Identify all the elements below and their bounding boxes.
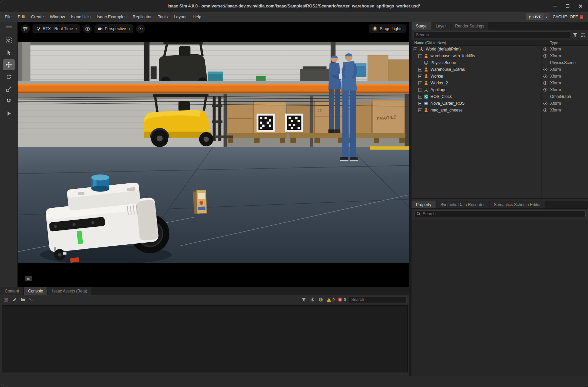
stage-filter-button[interactable] <box>572 32 578 38</box>
tool-scale-button[interactable] <box>3 84 15 95</box>
minimize-button[interactable] <box>552 4 557 8</box>
error-count: 0 <box>344 298 346 302</box>
lightning-icon <box>528 15 531 19</box>
titlebar[interactable]: Isaac Sim 4.0.0 - omniverse://isaac-dev.… <box>0 0 588 12</box>
property-search-box[interactable] <box>414 210 586 217</box>
camera-label: Perspective <box>105 26 126 31</box>
maximize-button[interactable] <box>565 4 570 8</box>
prim-name-label: World (defaultPrim) <box>426 47 461 52</box>
visibility-eye-icon[interactable] <box>541 100 549 107</box>
console-output[interactable] <box>2 305 408 372</box>
collapse-expander[interactable]: − <box>414 47 417 51</box>
menu-item-window[interactable]: Window <box>47 12 68 22</box>
close-button[interactable] <box>578 4 583 8</box>
expand-expander[interactable]: + <box>418 75 422 78</box>
visibility-eye-icon[interactable] <box>541 46 549 53</box>
cache-indicator[interactable]: CACHE: OFF <box>553 15 584 19</box>
stage-tab-render-settings[interactable]: Render Settings <box>450 22 489 30</box>
live-dropdown-caret[interactable]: ▾ <box>544 14 549 20</box>
menu-item-layout[interactable]: Layout <box>171 12 190 22</box>
bottom-tab-console[interactable]: Console <box>24 287 48 295</box>
expand-expander[interactable]: + <box>418 108 422 112</box>
visibility-eye-icon[interactable] <box>541 73 549 80</box>
prim-name-label: Nova_Carter_ROS <box>430 101 465 106</box>
console-error-filter[interactable]: 0 <box>338 297 346 302</box>
expand-expander[interactable]: + <box>418 95 422 99</box>
stage-tree-row-physicsscene[interactable]: PhysicsScenePhysicsScene <box>412 59 588 66</box>
property-search-input[interactable] <box>423 211 583 217</box>
stage-tree-row-mac-and-cheese[interactable]: +mac_and_cheeseXform <box>412 107 588 114</box>
stage-tree-row-worker-2[interactable]: +Worker_2Xform <box>412 80 588 86</box>
expand-expander[interactable]: + <box>418 81 422 85</box>
tree-row-name: +warehouse_with_forklifts <box>412 53 475 59</box>
console-search-input[interactable] <box>349 296 406 303</box>
tool-cursor-button[interactable] <box>3 47 15 58</box>
tool-rotate-button[interactable] <box>3 72 15 82</box>
filter-funnel-icon <box>573 33 578 37</box>
visibility-eye-icon[interactable] <box>541 66 549 73</box>
expand-expander[interactable]: + <box>418 88 422 92</box>
expand-expander[interactable]: + <box>418 102 422 105</box>
property-tab-synthetic-data-recorder[interactable]: Synthetic Data Recorder <box>436 201 489 208</box>
stage-search-input[interactable] <box>414 32 570 38</box>
stage-tree-row-world-defaultprim[interactable]: −World (defaultPrim)Xform <box>412 46 588 53</box>
visibility-eye-icon[interactable] <box>541 53 549 59</box>
grip-icon <box>6 24 13 29</box>
menu-item-edit[interactable]: Edit <box>15 12 28 22</box>
viewport-broadcast-button[interactable] <box>136 24 145 33</box>
visibility-eye-icon[interactable] <box>541 107 549 114</box>
viewport-settings-button[interactable] <box>21 24 30 33</box>
console-warning-filter[interactable]: 0 <box>327 298 335 302</box>
menu-item-create[interactable]: Create <box>28 12 47 22</box>
column-header-type[interactable]: Type <box>550 41 558 45</box>
menu-item-replicator[interactable]: Replicator <box>130 12 155 22</box>
camera-dropdown[interactable]: Perspective ▾ <box>94 24 133 33</box>
property-tab-property[interactable]: Property <box>412 201 436 208</box>
menu-item-isaac-utils[interactable]: Isaac Utils <box>68 12 94 22</box>
live-sync-button[interactable]: LIVE ▾ <box>526 14 549 20</box>
property-tab-semantics-schema-editor[interactable]: Semantics Schema Editor <box>489 201 545 208</box>
menu-item-tools[interactable]: Tools <box>155 12 171 22</box>
expand-expander[interactable]: + <box>418 54 422 58</box>
viewport-scene[interactable]: FRAGILE CE CE <box>18 42 409 263</box>
renderer-dropdown[interactable]: RTX - Real-Time ▾ <box>33 24 80 33</box>
tool-select-button[interactable] <box>3 35 15 46</box>
menu-item-isaac-examples[interactable]: Isaac Examples <box>93 12 129 22</box>
toolbar-grip-handle[interactable] <box>0 22 18 31</box>
menu-item-file[interactable]: File <box>2 12 15 22</box>
console-verbose-button[interactable] <box>310 297 315 302</box>
bottom-tab-content[interactable]: Content <box>0 287 24 295</box>
warning-icon <box>327 298 331 302</box>
stage-lights-button[interactable]: Stage Lights <box>369 24 406 33</box>
console-edit-button[interactable] <box>12 297 17 302</box>
tool-play-button[interactable] <box>3 108 15 119</box>
visibility-eye-icon[interactable] <box>541 80 549 86</box>
console-clear-button[interactable] <box>3 297 8 302</box>
stage-tree-header[interactable]: Name (Old to New) Type <box>412 40 588 46</box>
stage-tree-row-apriltags[interactable]: +ApriltagsXform <box>412 86 588 93</box>
stage-tab-layer[interactable]: Layer <box>431 22 450 30</box>
prim-name-label: mac_and_cheese <box>430 108 463 113</box>
bottom-tab-isaac-assets-beta[interactable]: Isaac Assets (Beta) <box>48 287 92 295</box>
stage-tree-row-worker[interactable]: +WorkerXform <box>412 73 588 80</box>
stage-tree-row-warehouse-with-forklifts[interactable]: +warehouse_with_forkliftsXform <box>412 53 588 59</box>
panel-splitter[interactable] <box>409 22 412 376</box>
stage-tree-row-warehouse-extras[interactable]: +Warehouse_ExtrasXform <box>412 66 588 73</box>
column-header-name[interactable]: Name (Old to New) <box>414 41 446 45</box>
console-prompt-button[interactable]: >_ <box>28 297 34 302</box>
menu-item-help[interactable]: Help <box>190 12 205 22</box>
visibility-eye-icon[interactable] <box>541 86 549 93</box>
stage-tree-row-nova-carter-ros[interactable]: +Nova_Carter_ROSXform <box>412 100 588 107</box>
viewport-3d[interactable]: RTX - Real-Time ▾ Perspective ▾ <box>18 22 409 287</box>
folder-icon <box>20 298 25 302</box>
console-info-filter[interactable] <box>318 297 323 302</box>
tool-move-button[interactable] <box>3 59 15 70</box>
stage-options-button[interactable] <box>580 32 586 38</box>
console-filter-button[interactable] <box>301 297 307 302</box>
stage-tab-stage[interactable]: Stage <box>412 22 431 30</box>
console-open-log-button[interactable] <box>20 297 25 302</box>
stage-tree-row-ros-clock[interactable]: +ROS_ClockOmniGraph <box>412 93 588 100</box>
tool-snap-button[interactable] <box>3 96 15 107</box>
viewport-visibility-button[interactable] <box>83 24 92 33</box>
expand-expander[interactable]: + <box>418 68 422 72</box>
